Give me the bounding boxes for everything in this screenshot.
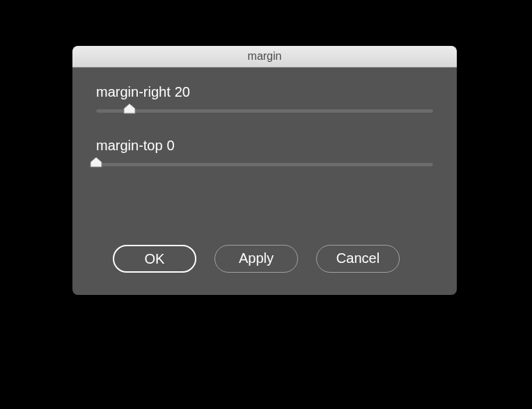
dialog-button-row: OK Apply Cancel [92,245,437,277]
dialog-titlebar[interactable]: margin [72,46,457,67]
dialog-body: margin-right 20 margin-top 0 [72,67,457,295]
slider-label-line: margin-right 20 [96,84,437,100]
slider-value: 0 [167,138,175,154]
slider-row-margin-top: margin-top 0 [92,138,437,172]
slider-thumb-icon[interactable] [123,103,136,114]
slider-track [96,109,433,113]
slider-label: margin-right [96,84,171,100]
slider-label-line: margin-top 0 [96,138,437,154]
cancel-button[interactable]: Cancel [316,245,400,273]
dialog-title: margin [248,50,282,63]
ok-button[interactable]: OK [113,245,196,273]
margin-dialog: margin margin-right 20 margin-top 0 [72,46,457,295]
margin-right-slider[interactable] [92,102,437,118]
slider-label: margin-top [96,138,163,154]
margin-top-slider[interactable] [92,155,437,172]
slider-thumb-icon[interactable] [90,157,102,168]
slider-value: 20 [175,84,190,100]
apply-button[interactable]: Apply [214,245,298,273]
slider-row-margin-right: margin-right 20 [92,84,437,118]
slider-track [96,162,433,166]
